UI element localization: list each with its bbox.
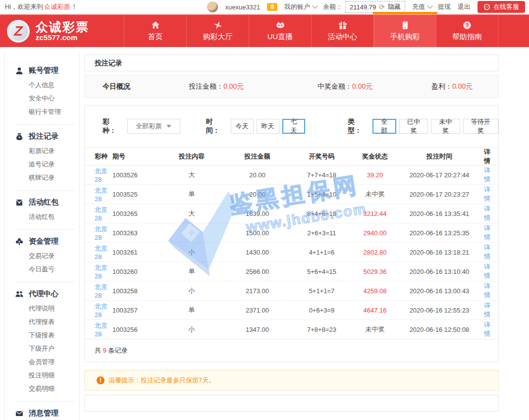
lottery-link[interactable]: 北京28	[95, 302, 112, 318]
sidebar-item-bank-card-management[interactable]: 银行卡管理	[15, 105, 74, 118]
message-count-badge[interactable]: 0	[267, 3, 277, 11]
logout-link[interactable]: 退出	[458, 2, 471, 11]
hide-balance-button[interactable]: 隐藏	[388, 2, 401, 11]
caret-down-icon	[166, 125, 171, 128]
type-filter-等待开奖[interactable]: 等待开奖	[463, 119, 498, 134]
sidebar-item-member-management[interactable]: 会员管理	[15, 355, 74, 368]
lottery-link[interactable]: 北京28	[95, 244, 112, 261]
svg-text:+: +	[18, 136, 20, 139]
type-filter-已中奖[interactable]: 已中奖	[399, 119, 428, 134]
warning-icon: !	[97, 376, 105, 384]
sidebar-section-message-management: 消息管理	[15, 402, 74, 420]
online-service-button[interactable]: 在线客服	[477, 1, 525, 13]
recharge-dropdown[interactable]: 充值	[412, 2, 431, 11]
detail-link[interactable]: 详情	[484, 205, 490, 222]
bet-content-cell: 大	[157, 209, 226, 218]
summary-title: 今日概况	[85, 82, 189, 91]
sidebar-item-security-center[interactable]: 安全中心	[15, 92, 74, 105]
sidebar-head-account-management[interactable]: 账号管理	[15, 66, 74, 75]
logo[interactable]: Z 众诚彩票 zc5577.com	[0, 15, 124, 47]
lottery-link[interactable]: 北京28	[95, 263, 112, 280]
sidebar-item-subordinate-report[interactable]: 下级报表	[15, 328, 74, 342]
column-header: 详情	[484, 148, 490, 165]
nav-item-label: 首页	[148, 32, 163, 42]
detail-link[interactable]: 详情	[484, 262, 490, 280]
sidebar-item-personal-info[interactable]: 个人信息	[15, 78, 74, 92]
nav-item-help-guide[interactable]: ?帮助指南	[436, 15, 498, 47]
avatar[interactable]	[207, 1, 218, 12]
bet-amount-cell: 2566.00	[226, 268, 288, 275]
lottery-link[interactable]: 北京28	[95, 167, 112, 183]
records-box: 彩种： 全部彩票 时间： 今天昨天七天 类型： 全部已中奖未中奖等待开奖 彩种期…	[84, 105, 499, 362]
sidebar-item-today-profit-loss[interactable]: 今日盈亏	[15, 262, 74, 276]
lottery-link[interactable]: 北京28	[95, 186, 112, 203]
table-row: 北京281003526大20.007+7+4=1839.202020-06-17…	[85, 165, 498, 184]
nav-item-lottery-hall[interactable]: 购彩大厅	[186, 15, 249, 47]
lottery-link[interactable]: 北京28	[95, 225, 112, 241]
sidebar-head-bet-records[interactable]: +投注记录	[15, 132, 74, 141]
help-icon: ?	[463, 21, 472, 30]
table-row: 北京281003525单20.001+5+4=10未中奖2020-06-17 2…	[85, 184, 498, 204]
nav-item-home[interactable]: 首页	[124, 15, 186, 47]
my-account-dropdown[interactable]: 我的账户	[284, 2, 316, 11]
sidebar-item-bet-details[interactable]: 投注明细	[15, 368, 74, 382]
svg-text:?: ?	[466, 22, 469, 28]
type-filter-全部[interactable]: 全部	[372, 119, 396, 134]
sidebar-item-subordinate-account[interactable]: 下级开户	[15, 342, 74, 355]
type-filter-未中奖[interactable]: 未中奖	[431, 119, 460, 134]
sidebar-item-transaction-records[interactable]: 交易记录	[15, 249, 74, 262]
sidebar-head-agent-center[interactable]: 代理中心	[15, 289, 74, 299]
sidebar-item-transaction-details[interactable]: 交易明细	[15, 382, 74, 395]
sidebar-head-message-management[interactable]: 消息管理	[15, 409, 74, 418]
bet-amount-cell: 1347.00	[226, 326, 288, 333]
filter-bar: 彩种： 全部彩票 时间： 今天昨天七天 类型： 全部已中奖未中奖等待开奖	[85, 105, 498, 147]
sidebar-item-chase-records[interactable]: 追号记录	[15, 158, 74, 171]
redpacket-icon	[15, 199, 23, 207]
sidebar-item-agent-description[interactable]: 代理说明	[15, 302, 74, 315]
nav-item-uu-live[interactable]: UU直播	[249, 15, 311, 47]
sidebar-head-activity-redpacket[interactable]: 活动红包	[15, 198, 74, 207]
sidebar-section-account-management: 账号管理个人信息安全中心银行卡管理	[15, 52, 74, 125]
time-filter-昨天[interactable]: 昨天	[257, 119, 279, 134]
brand-link[interactable]: 众诚彩票	[44, 2, 70, 11]
table-row: 北京281003258小2173.005+1+1=74259.082020-06…	[85, 281, 498, 300]
sidebar-item-activity-redpacket-item[interactable]: 活动红包	[15, 210, 74, 223]
sidebar-item-lottery-records[interactable]: 彩票记录	[15, 144, 74, 158]
sidebar: 账号管理个人信息安全中心银行卡管理+投注记录彩票记录追号记录棋牌记录活动红包活动…	[4, 52, 80, 420]
bet-content-cell: 单	[157, 267, 226, 276]
headset-icon	[483, 3, 490, 10]
sidebar-item-board-game-records[interactable]: 棋牌记录	[15, 171, 74, 184]
lottery-link[interactable]: 北京28	[95, 321, 112, 338]
time-filter-七天[interactable]: 七天	[282, 119, 306, 134]
lottery-link[interactable]: 北京28	[95, 283, 112, 299]
bet-amount-cell: 20.00	[226, 171, 288, 179]
prize-status-cell: 2802.80	[355, 249, 395, 256]
column-header: 投注时间	[395, 152, 484, 161]
withdraw-link[interactable]: 提现	[438, 2, 451, 11]
sidebar-head-label: 投注记录	[29, 132, 58, 141]
detail-link[interactable]: 详情	[484, 282, 490, 300]
lottery-link[interactable]: 北京28	[95, 206, 112, 222]
sidebar-head-funds-management[interactable]: 资金管理	[15, 237, 74, 246]
detail-link[interactable]: 详情	[484, 320, 490, 338]
time-filter-今天[interactable]: 今天	[231, 119, 254, 134]
detail-link[interactable]: 详情	[484, 243, 490, 261]
detail-link[interactable]: 详情	[484, 301, 490, 319]
detail-link[interactable]: 详情	[484, 166, 490, 184]
bet-content-cell: 小	[157, 325, 226, 334]
sidebar-item-agent-report[interactable]: 代理报表	[15, 315, 74, 328]
detail-link[interactable]: 详情	[484, 224, 490, 242]
nav-item-activity-center[interactable]: 活动中心	[311, 15, 373, 47]
bet-time-cell: 2020-06-16 12:50:08	[395, 326, 484, 333]
records-count: 共 9 条记录	[85, 339, 498, 362]
nav-item-label: UU直播	[267, 32, 293, 42]
logo-title: 众诚彩票	[36, 20, 89, 33]
lottery-select[interactable]: 全部彩票	[127, 119, 180, 134]
detail-link[interactable]: 详情	[484, 185, 490, 203]
issue-cell: 1003258	[112, 287, 157, 295]
bet-amount-cell: 1500.00	[226, 229, 288, 237]
bet-content-cell: 小	[157, 248, 226, 257]
nav-item-mobile-lottery[interactable]: 手机购彩	[373, 15, 436, 47]
bet-amount-cell: 1430.00	[226, 249, 288, 256]
refresh-icon[interactable]: ⟳	[379, 3, 385, 10]
